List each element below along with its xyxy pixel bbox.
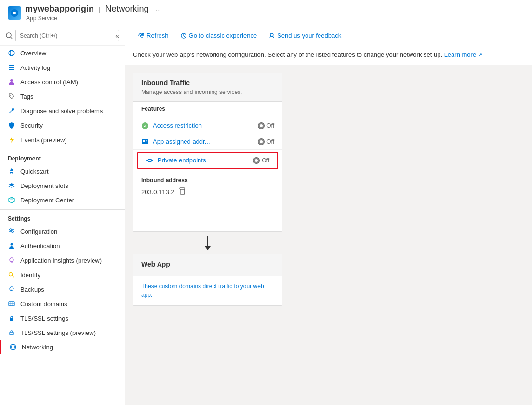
- sidebar-item-configuration-label: Configuration: [20, 228, 57, 235]
- app-assigned-addr-status: Off: [258, 138, 274, 145]
- more-options-icon[interactable]: ...: [155, 5, 160, 13]
- sidebar-item-networking[interactable]: Networking: [0, 340, 125, 354]
- svg-point-18: [10, 258, 13, 262]
- svg-rect-22: [10, 332, 13, 335]
- classic-experience-button[interactable]: Go to classic experience: [175, 30, 262, 41]
- sidebar-item-access-control[interactable]: Access control (IAM): [0, 75, 125, 89]
- refresh-button[interactable]: Refresh: [133, 30, 173, 41]
- svg-rect-12: [10, 172, 13, 173]
- sidebar-item-deployment-center[interactable]: Deployment Center: [0, 193, 125, 207]
- svg-point-36: [146, 160, 148, 161]
- app-assigned-addr-status-dot: [258, 138, 265, 145]
- inbound-traffic-description: Manage access and incoming services.: [141, 89, 274, 95]
- domain-icon: [8, 300, 15, 307]
- sliders-icon: [8, 227, 15, 235]
- layers-icon: [8, 182, 15, 189]
- webapp-header: Web App: [133, 254, 282, 276]
- sidebar-search-container: «: [0, 26, 125, 46]
- top-header: mywebapporigin | Networking ... App Serv…: [0, 0, 532, 26]
- svg-rect-31: [143, 140, 145, 142]
- feature-row-app-assigned-addr[interactable]: App assigned addr... Off: [133, 134, 282, 150]
- inbound-address-label: Inbound address: [141, 177, 274, 184]
- svg-rect-21: [10, 318, 13, 321]
- description-bar: Check your web app's networking configur…: [125, 45, 532, 65]
- app-assigned-addr-label: App assigned addr...: [153, 138, 210, 145]
- sidebar-item-backups[interactable]: Backups: [0, 282, 125, 296]
- sidebar-item-overview[interactable]: Overview: [0, 46, 125, 60]
- learn-more-link[interactable]: Learn more ↗: [444, 51, 482, 58]
- sidebar-item-events[interactable]: Events (preview): [0, 133, 125, 147]
- access-icon: [141, 122, 149, 130]
- webapp-card: Web App These custom domains direct traf…: [133, 254, 282, 306]
- lock-icon: [8, 314, 15, 322]
- feature-row-private-endpoints[interactable]: Private endpoints Off: [138, 153, 277, 168]
- sidebar-item-identity[interactable]: Identity: [0, 267, 125, 282]
- svg-point-29: [260, 124, 263, 127]
- sidebar-item-custom-domains[interactable]: Custom domains: [0, 296, 125, 311]
- globe-icon: [8, 49, 15, 57]
- sidebar-item-configuration[interactable]: Configuration: [0, 224, 125, 239]
- sidebar-item-deployment-slots[interactable]: Deployment slots: [0, 178, 125, 193]
- sidebar-item-diagnose-label: Diagnose and solve problems: [20, 107, 103, 115]
- access-restriction-name: Access restriction: [141, 122, 258, 130]
- sidebar-item-access-control-label: Access control (IAM): [20, 79, 78, 86]
- page-title: Networking: [105, 4, 148, 14]
- webapp-body: These custom domains direct traffic to y…: [133, 276, 282, 305]
- sidebar-item-activity-log[interactable]: Activity log: [0, 60, 125, 75]
- cube-icon: [8, 196, 15, 204]
- refresh-icon: [138, 32, 145, 39]
- sidebar-item-authentication[interactable]: Authentication: [0, 239, 125, 253]
- app-subtitle: App Service: [26, 15, 160, 22]
- sidebar-item-authentication-label: Authentication: [20, 242, 60, 250]
- sidebar-item-identity-label: Identity: [20, 271, 40, 279]
- sidebar-item-deployment-center-label: Deployment Center: [20, 197, 74, 204]
- sidebar-item-diagnose[interactable]: Diagnose and solve problems: [0, 104, 125, 118]
- private-endpoints-highlight-box: Private endpoints Off: [137, 152, 278, 169]
- sidebar-item-tags-label: Tags: [20, 93, 33, 100]
- svg-point-10: [10, 79, 13, 82]
- inbound-traffic-card: Inbound Traffic Manage access and incomi…: [133, 73, 282, 232]
- sidebar-item-app-insights-label: Application Insights (preview): [20, 257, 102, 264]
- sidebar-item-tls-ssl-preview[interactable]: TLS/SSL settings (preview): [0, 325, 125, 340]
- main-layout: « Overview Activity log Access control (…: [0, 26, 532, 414]
- classic-icon: [180, 32, 187, 39]
- inbound-address-value-row: 203.0.113.2: [141, 187, 274, 197]
- sidebar-item-networking-label: Networking: [22, 344, 53, 351]
- svg-point-37: [151, 160, 153, 161]
- private-endpoints-name: Private endpoints: [146, 157, 253, 164]
- toolbar: Refresh Go to classic experience Send us…: [125, 26, 532, 45]
- person-icon: [8, 78, 15, 86]
- lock2-icon: [8, 329, 15, 336]
- sidebar-item-app-insights[interactable]: Application Insights (preview): [0, 253, 125, 267]
- svg-point-26: [270, 33, 273, 36]
- copy-address-button[interactable]: [178, 187, 186, 197]
- sidebar-item-tls-ssl-preview-label: TLS/SSL settings (preview): [20, 329, 96, 336]
- app-icon: [8, 6, 21, 20]
- sidebar-item-events-label: Events (preview): [20, 136, 67, 144]
- svg-rect-8: [9, 67, 14, 68]
- webapp-description: These custom domains direct traffic to y…: [141, 282, 274, 299]
- sidebar-item-tls-ssl[interactable]: TLS/SSL settings: [0, 311, 125, 325]
- person2-icon: [8, 242, 15, 250]
- svg-rect-32: [146, 140, 147, 141]
- app-addr-icon: [141, 138, 149, 146]
- sidebar: « Overview Activity log Access control (…: [0, 26, 125, 414]
- sidebar-item-tags[interactable]: Tags: [0, 89, 125, 104]
- endpoints-icon: [146, 157, 154, 164]
- feedback-button[interactable]: Send us your feedback: [264, 30, 346, 41]
- sidebar-item-quickstart[interactable]: Quickstart: [0, 164, 125, 178]
- inbound-traffic-title: Inbound Traffic: [141, 79, 274, 87]
- sidebar-collapse-button[interactable]: «: [115, 32, 119, 40]
- access-restriction-label: Access restriction: [153, 122, 202, 129]
- feature-row-access-restriction[interactable]: Access restriction Off: [133, 118, 282, 134]
- svg-point-11: [10, 95, 11, 96]
- features-label: Features: [133, 102, 282, 114]
- card-spacer: [133, 202, 282, 231]
- sidebar-item-security[interactable]: Security: [0, 118, 125, 133]
- svg-point-17: [11, 243, 13, 246]
- private-endpoints-label: Private endpoints: [158, 157, 206, 164]
- app-name: mywebapporigin: [25, 4, 94, 14]
- search-input[interactable]: [15, 30, 119, 41]
- inbound-address-text: 203.0.113.2: [141, 188, 174, 196]
- tag-icon: [8, 93, 15, 100]
